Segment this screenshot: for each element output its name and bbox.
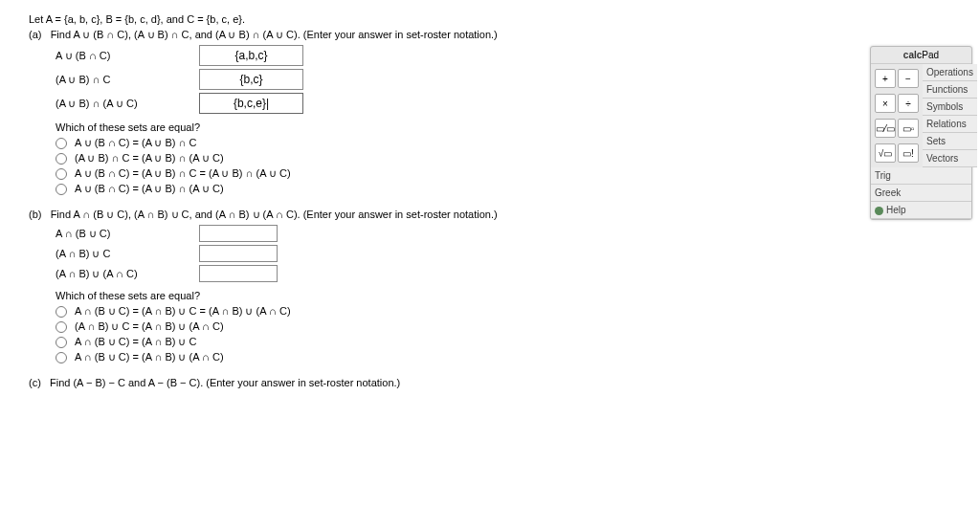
part-b-prompt: Find A ∩ (B ∪ C), (A ∩ B) ∪ C, and (A ∩ … <box>51 209 498 220</box>
b-row3-label: (A ∩ B) ∪ (A ∩ C) <box>56 268 199 280</box>
part-c-marker: (c) <box>29 377 41 388</box>
b-opt1-radio[interactable] <box>56 306 67 318</box>
b-opt4-radio[interactable] <box>56 352 67 363</box>
a-opt4-radio[interactable] <box>56 184 67 195</box>
cat-greek[interactable]: Greek <box>871 185 971 202</box>
a-opt3-label: A ∪ (B ∩ C) = (A ∪ B) ∩ C = (A ∪ B) ∩ (A… <box>75 167 291 180</box>
factorial-button[interactable]: ▭! <box>898 143 919 163</box>
b-row1-label: A ∩ (B ∪ C) <box>56 228 199 240</box>
cat-sets[interactable]: Sets <box>923 133 977 150</box>
given-text: Let A = {a, b, c}, B = {b, c, d}, and C … <box>29 13 970 25</box>
cat-trig[interactable]: Trig <box>871 167 971 185</box>
a-row1-label: A ∪ (B ∩ C) <box>56 50 199 62</box>
minus-button[interactable]: − <box>898 69 919 88</box>
cat-vectors[interactable]: Vectors <box>923 150 977 167</box>
part-a-marker: (a) <box>29 29 41 40</box>
a-row2-label: (A ∪ B) ∩ C <box>56 74 199 86</box>
a-row3-label: (A ∪ B) ∩ (A ∪ C) <box>56 98 199 110</box>
b-row2-answer[interactable] <box>199 245 278 262</box>
a-row3-answer[interactable]: {b,c,e}| <box>199 93 303 114</box>
part-c-prompt: Find (A − B) − C and A − (B − C). (Enter… <box>50 377 400 388</box>
b-opt4-label: A ∩ (B ∪ C) = (A ∩ B) ∪ (A ∩ C) <box>75 351 224 363</box>
a-row2-answer[interactable]: {b,c} <box>199 69 303 90</box>
times-button[interactable]: × <box>875 94 896 113</box>
b-opt2-radio[interactable] <box>56 321 67 333</box>
fraction-button[interactable]: ▭⁄▭ <box>875 119 896 138</box>
sqrt-button[interactable]: √▭ <box>875 143 896 163</box>
part-a-prompt: Find A ∪ (B ∩ C), (A ∪ B) ∩ C, and (A ∪ … <box>51 29 498 40</box>
b-opt3-label: A ∩ (B ∪ C) = (A ∩ B) ∪ C <box>75 336 196 348</box>
a-opt1-label: A ∪ (B ∩ C) = (A ∪ B) ∩ C <box>75 137 196 149</box>
b-opt3-radio[interactable] <box>56 337 67 348</box>
divide-button[interactable]: ÷ <box>898 94 919 113</box>
b-row2-label: (A ∩ B) ∪ C <box>56 248 199 260</box>
b-opt1-label: A ∩ (B ∪ C) = (A ∩ B) ∪ C = (A ∩ B) ∪ (A… <box>75 305 291 318</box>
cat-functions[interactable]: Functions <box>923 81 977 99</box>
part-b-marker: (b) <box>29 209 41 220</box>
a-opt3-radio[interactable] <box>56 168 67 180</box>
a-opt2-radio[interactable] <box>56 153 67 165</box>
exponent-button[interactable]: ▭▫ <box>898 119 919 138</box>
cat-help[interactable]: Help <box>871 202 971 219</box>
calcpad: calcPad + − × ÷ ▭⁄▭ ▭▫ √▭ ▭! <box>870 46 972 220</box>
a-opt2-label: (A ∪ B) ∩ C = (A ∪ B) ∩ (A ∪ C) <box>75 152 224 165</box>
b-row1-answer[interactable] <box>199 225 278 242</box>
a-opt4-label: A ∪ (B ∩ C) = (A ∪ B) ∩ (A ∪ C) <box>75 183 224 195</box>
b-equal-question: Which of these sets are equal? <box>56 290 970 301</box>
a-equal-question: Which of these sets are equal? <box>56 121 970 133</box>
a-opt1-radio[interactable] <box>56 138 67 149</box>
cat-relations[interactable]: Relations <box>923 116 977 133</box>
plus-button[interactable]: + <box>875 69 896 88</box>
a-row1-answer[interactable]: {a,b,c} <box>199 45 303 66</box>
b-opt2-label: (A ∩ B) ∪ C = (A ∩ B) ∪ (A ∩ C) <box>75 320 224 333</box>
cat-symbols[interactable]: Symbols <box>923 99 977 116</box>
b-row3-answer[interactable] <box>199 265 278 282</box>
cat-operations[interactable]: Operations <box>923 64 977 81</box>
calcpad-title: calcPad <box>871 47 971 64</box>
